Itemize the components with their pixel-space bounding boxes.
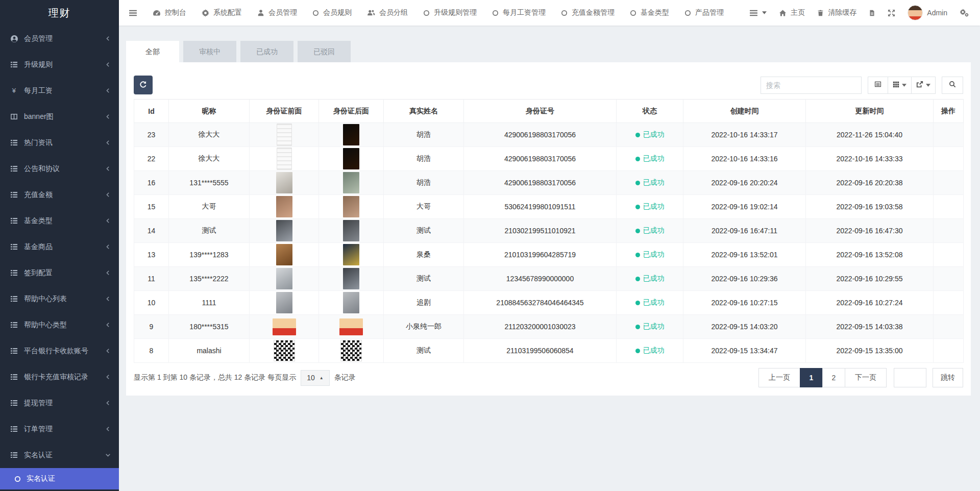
sidebar-item-9[interactable]: 签到配置 [0,260,119,286]
user-menu[interactable]: Admin [901,0,953,26]
sidebar-item-11[interactable]: 帮助中心类型 [0,312,119,338]
cell-status: 已成功 [617,171,683,195]
sidebar-item-4[interactable]: 热门资讯 [0,130,119,156]
topnav-item-6[interactable]: 每月工资管理 [484,0,553,26]
table-row: 9180****5315小泉纯一郎211203200001030023已成功20… [134,315,964,339]
cell-realname: 测试 [384,267,464,291]
idcard-front-image[interactable] [276,268,292,289]
fullscreen-button[interactable] [881,0,901,26]
topnav-item-2[interactable]: 会员管理 [250,0,305,26]
table-row: 13139****1283泉桑210103199604285719已成功2022… [134,243,964,267]
idcard-front-image[interactable] [276,172,292,193]
jump-button[interactable]: 跳转 [933,368,963,387]
idcard-front-image[interactable] [276,220,292,241]
sidebar-item-label: 会员管理 [24,34,53,43]
search-button[interactable] [942,77,963,94]
idcard-front-image-cell [250,291,319,315]
prev-page-button[interactable]: 上一页 [758,368,800,387]
sidebar-item-3[interactable]: banner图 [0,104,119,130]
sidebar-subitem-label: 实名认证 [27,474,55,483]
idcard-back-image[interactable] [343,196,359,217]
sidebar-item-8[interactable]: 基金商品 [0,234,119,260]
clear-cache-button[interactable]: 清除缓存 [811,0,863,26]
topnav-right: 主页 清除缓存 Admin [743,0,975,26]
idcard-front-image[interactable] [277,148,292,170]
nav-list-dropdown[interactable] [743,0,773,26]
circle-icon [492,10,499,16]
list-icon [10,321,18,329]
common-search-toggle-button[interactable] [868,77,888,94]
sidebar-item-12[interactable]: 平台银行卡收款账号 [0,338,119,364]
idcard-front-image[interactable] [273,318,296,335]
export-button[interactable] [911,77,936,94]
tab-2[interactable]: 已成功 [240,41,293,62]
sidebar-item-label: 实名认证 [24,451,53,460]
column-header: 真实姓名 [384,100,464,123]
sidebar-subitem[interactable]: 实名认证 [0,468,119,489]
sidebar-item-10[interactable]: 帮助中心列表 [0,286,119,312]
idcard-front-image[interactable] [276,292,292,313]
idcard-back-image[interactable] [340,340,362,361]
idcard-back-image[interactable] [343,124,359,145]
document-button[interactable] [863,0,881,26]
topnav-item-label: 系统配置 [213,8,242,17]
topnav-item-9[interactable]: 产品管理 [677,0,731,26]
cell-status: 已成功 [617,195,683,219]
idcard-back-image[interactable] [343,268,359,289]
sidebar-item-13[interactable]: 银行卡充值审核记录 [0,364,119,390]
home-button[interactable]: 主页 [773,0,811,26]
cell-id-number: 2108845632784046464345 [464,291,617,315]
page-button-2[interactable]: 2 [822,368,845,387]
status-label: 已成功 [643,322,665,331]
topnav-item-5[interactable]: 升级规则管理 [415,0,484,26]
sidebar-item-5[interactable]: 公告和协议 [0,156,119,182]
idcard-back-image[interactable] [339,318,363,335]
jump-page-input[interactable] [894,368,926,387]
topnav-item-1[interactable]: 系统配置 [194,0,250,26]
cell-updated-at: 2022-09-16 19:03:58 [806,195,934,219]
chevron-left-icon [102,192,111,198]
cell-updated-at: 2022-09-16 10:29:55 [806,267,934,291]
refresh-button[interactable] [134,76,153,94]
toolbar-right [761,77,963,94]
topnav-item-7[interactable]: 充值金额管理 [553,0,622,26]
columns-toggle-button[interactable] [888,77,912,94]
column-header: 身份证号 [464,100,617,123]
sidebar-item-2[interactable]: ¥每月工资 [0,78,119,104]
next-page-button[interactable]: 下一页 [845,368,887,387]
search-input[interactable] [761,77,862,94]
sidebar-toggle-button[interactable] [121,0,145,26]
sidebar-item-7[interactable]: 基金类型 [0,208,119,234]
idcard-back-image[interactable] [343,292,359,313]
sidebar-item-1[interactable]: 升级规则 [0,52,119,78]
column-header: 昵称 [169,100,250,123]
sidebar-item-15[interactable]: 订单管理 [0,416,119,442]
brand-title: 理财 [0,0,119,26]
idcard-back-image[interactable] [343,220,359,241]
idcard-back-image[interactable] [343,244,359,265]
page-button-1[interactable]: 1 [800,368,823,387]
topnav-item-0[interactable]: 控制台 [145,0,194,26]
page-size-select[interactable]: 10 ▲ [301,370,330,386]
tab-3[interactable]: 已驳回 [298,41,351,62]
topnav-item-3[interactable]: 会员规则 [305,0,359,26]
topnav-item-4[interactable]: 会员分组 [359,0,415,26]
sidebar-item-14[interactable]: 提现管理 [0,390,119,416]
tab-1[interactable]: 审核中 [183,41,236,62]
idcard-front-image-cell [250,123,319,147]
idcard-back-image[interactable] [343,148,359,169]
idcard-front-image[interactable] [276,244,292,265]
table-row: 101111追剧2108845632784046464345已成功2022-09… [134,291,964,315]
tab-0[interactable]: 全部 [126,41,179,62]
sidebar-item-0[interactable]: 会员管理 [0,26,119,52]
sidebar-item-6[interactable]: 充值金额 [0,182,119,208]
theme-settings-button[interactable] [953,0,975,26]
idcard-front-image[interactable] [276,196,292,217]
idcard-front-image[interactable] [274,340,295,361]
topnav-item-8[interactable]: 基金类型 [622,0,677,26]
idcard-back-image[interactable] [343,172,359,193]
cell-id: 13 [134,243,169,267]
cell-id-number: 429006198803170056 [464,171,617,195]
sidebar-item-16[interactable]: 实名认证 [0,442,119,468]
idcard-front-image[interactable] [277,124,292,146]
